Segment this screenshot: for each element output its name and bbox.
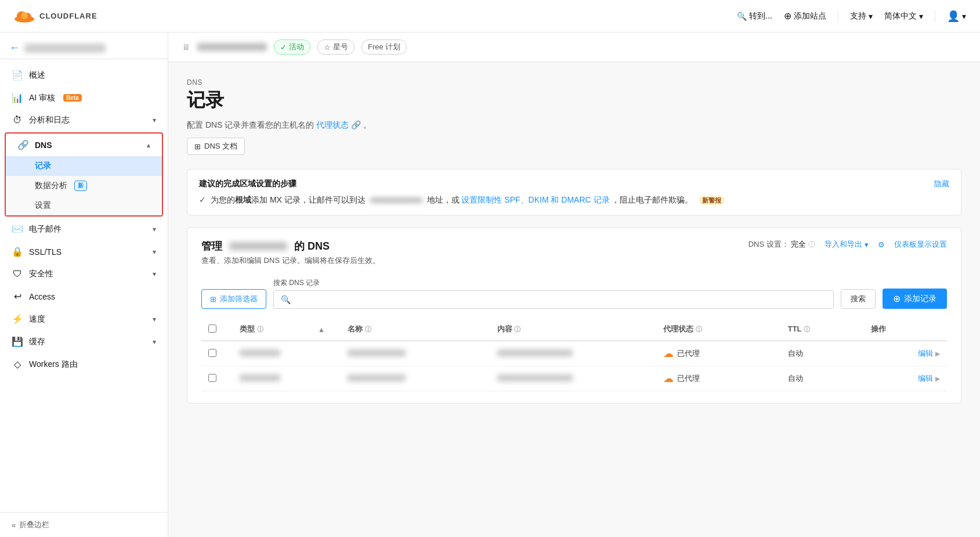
email-icon: ✉️: [12, 224, 23, 235]
import-export-btn[interactable]: 导入和导出 ▾: [824, 239, 869, 250]
user-btn[interactable]: 👤 ▾: [947, 10, 966, 23]
dns-manage-desc: 查看、添加和编辑 DNS 记录。编辑将在保存后生效。: [201, 255, 380, 266]
sidebar-item-overview[interactable]: 📄 概述: [0, 64, 168, 87]
support-btn[interactable]: 支持 ▾: [850, 11, 873, 21]
sidebar-item-analytics[interactable]: ⏱ 分析和日志 ▾: [0, 109, 168, 131]
sidebar-item-ai-audit[interactable]: 📊 AI 审核 Beta: [0, 87, 168, 109]
sidebar-item-speed[interactable]: ⚡ 速度 ▾: [0, 308, 168, 330]
collapse-sidebar-btn[interactable]: « 折叠边栏: [0, 512, 168, 537]
recommend-text: 为您的根域添加 MX 记录，让邮件可以到达 地址，或 设置限制性 SPF、DKI…: [211, 195, 725, 206]
chevron-down-icon: ▾: [919, 12, 923, 21]
sidebar-item-dns[interactable]: 🔗 DNS ▴: [6, 134, 162, 156]
back-button[interactable]: ←: [9, 42, 20, 54]
type-cell-blurred: [240, 349, 280, 356]
search-btn[interactable]: 搜索: [841, 289, 876, 309]
ttl-info-icon[interactable]: ⓘ: [804, 326, 810, 333]
chevron-down-icon: ▾: [153, 315, 156, 323]
proxy-badge: ☁ 已代理: [663, 347, 700, 360]
page-title: 记录: [187, 88, 961, 113]
goto-btn[interactable]: 🔍 转到...: [737, 11, 772, 21]
page-body: DNS 记录 配置 DNS 记录并查看您的主机名的 代理状态 🔗 。 ⊞ DNS…: [168, 62, 980, 420]
search-area: ⊞ 添加筛选器 搜索 DNS 记录 🔍 搜索: [201, 275, 947, 309]
sidebar-nav: 📄 概述 📊 AI 审核 Beta ⏱ 分析和日志 ▾ 🔗 DNS ▴: [0, 59, 168, 380]
select-all-checkbox[interactable]: [208, 325, 216, 333]
beta-badge: Beta: [63, 94, 82, 102]
sidebar-item-ssltls[interactable]: 🔒 SSL/TLS ▾: [0, 240, 168, 263]
star-badge[interactable]: ☆ 星号: [317, 39, 355, 55]
security-icon: 🛡: [12, 269, 23, 279]
add-filter-btn[interactable]: ⊞ 添加筛选器: [201, 289, 266, 309]
sidebar-item-email[interactable]: ✉️ 电子邮件 ▾: [0, 218, 168, 240]
filter-icon: ⊞: [210, 295, 216, 304]
proxy-info-icon[interactable]: ⓘ: [696, 326, 702, 333]
analytics-icon: ⏱: [12, 115, 23, 125]
topnav-actions: 🔍 转到... ⊕ 添加站点 支持 ▾ 简体中文 ▾ 👤 ▾: [737, 10, 966, 23]
checkmark-icon: ✓: [280, 43, 287, 52]
row-checkbox[interactable]: [208, 374, 216, 382]
chevron-down-icon: ▾: [865, 240, 869, 249]
info-icon[interactable]: ⓘ: [808, 240, 815, 248]
col-sort-header[interactable]: ▲: [311, 318, 341, 341]
col-ttl-header: TTL ⓘ: [781, 318, 864, 341]
domain-blur-inline: [370, 197, 422, 203]
logo: CLOUDFLARE: [14, 9, 97, 23]
site-name-blurred: [24, 44, 106, 53]
col-content-header: 内容 ⓘ: [490, 318, 656, 341]
dns-doc-btn[interactable]: ⊞ DNS 文档: [187, 138, 245, 155]
chevron-down-icon: ▾: [962, 12, 966, 21]
dns-manage-box: 管理 的 DNS 查看、添加和编辑 DNS 记录。编辑将在保存后生效。 DNS …: [187, 227, 961, 403]
edit-link[interactable]: 编辑: [918, 349, 933, 358]
type-info-icon[interactable]: ⓘ: [257, 326, 263, 333]
sidebar-item-dns-settings[interactable]: 设置: [6, 196, 162, 215]
row-checkbox[interactable]: [208, 349, 216, 357]
recommend-title: 建议的完成区域设置的步骤: [199, 179, 296, 189]
star-icon: ☆: [324, 43, 331, 52]
ai-icon: 📊: [12, 92, 23, 103]
dns-manage-title: 管理 的 DNS: [201, 239, 380, 253]
name-cell-blurred: [348, 349, 406, 356]
sidebar-item-security[interactable]: 🛡 安全性 ▾: [0, 263, 168, 285]
add-record-btn[interactable]: ⊕ 添加记录: [883, 289, 947, 309]
search-label: 搜索 DNS 记录: [273, 278, 834, 288]
dns-table: 类型 ⓘ ▲ 名称 ⓘ 内容: [201, 318, 947, 391]
divider: [935, 10, 935, 22]
dns-settings-label: DNS 设置： 完全 ⓘ: [748, 239, 815, 250]
sidebar-item-dns-records[interactable]: 记录: [6, 156, 162, 176]
sidebar-item-cache[interactable]: 💾 缓存 ▾: [0, 330, 168, 353]
name-info-icon[interactable]: ⓘ: [365, 326, 371, 333]
page-description: 配置 DNS 记录并查看您的主机名的 代理状态 🔗 。: [187, 120, 961, 131]
sidebar-item-access[interactable]: ↩ Access: [0, 285, 168, 308]
dns-subnav: 记录 数据分析 新 设置: [6, 156, 162, 215]
sidebar-item-dns-analysis[interactable]: 数据分析 新: [6, 176, 162, 196]
search-input[interactable]: [295, 295, 826, 304]
edit-link[interactable]: 编辑: [918, 374, 933, 383]
chevron-right-icon: ▶: [935, 375, 940, 382]
logo-text: CLOUDFLARE: [39, 12, 97, 20]
language-btn[interactable]: 简体中文 ▾: [884, 11, 923, 21]
search-input-wrap: 搜索 DNS 记录 🔍: [273, 278, 834, 309]
spf-dkim-link[interactable]: 设置限制性 SPF、DKIM 和 DMARC 记录: [461, 195, 609, 204]
sidebar-item-workers[interactable]: ◇ Workers 路由: [0, 353, 168, 376]
active-badge: ✓ 活动: [274, 39, 310, 55]
collapse-icon: «: [12, 521, 16, 529]
hide-btn[interactable]: 隐藏: [934, 179, 949, 189]
chevron-down-icon: ▾: [869, 12, 873, 21]
recommendation-box: 建议的完成区域设置的步骤 隐藏 ✓ 为您的根域添加 MX 记录，让邮件可以到达 …: [187, 169, 961, 215]
app-layout: ← 📄 概述 📊 AI 审核 Beta ⏱ 分析和日志 ▾: [0, 33, 980, 537]
name-cell-blurred: [348, 374, 406, 381]
new-badge: 新: [74, 181, 87, 191]
proxy-status-link[interactable]: 代理状态: [316, 120, 349, 129]
domain-blur-title: [229, 242, 287, 250]
dashboard-btn[interactable]: 仪表板显示设置: [894, 239, 947, 250]
content-cell-blurred: [497, 374, 573, 381]
add-site-btn[interactable]: ⊕ 添加站点: [784, 10, 826, 21]
chevron-down-icon: ▾: [153, 248, 156, 256]
external-link-icon: 🔗: [351, 120, 361, 129]
content-info-icon[interactable]: ⓘ: [514, 326, 520, 333]
content-topbar: 🖥 ✓ 活动 ☆ 星号 Free 计划: [168, 33, 980, 62]
search-icon: 🔍: [737, 12, 747, 21]
col-proxy-header: 代理状态 ⓘ: [656, 318, 781, 341]
search-left: ⊞ 添加筛选器: [201, 275, 266, 309]
chevron-down-icon: ▾: [153, 338, 156, 346]
dns-manage-left: 管理 的 DNS 查看、添加和编辑 DNS 记录。编辑将在保存后生效。: [201, 239, 380, 266]
